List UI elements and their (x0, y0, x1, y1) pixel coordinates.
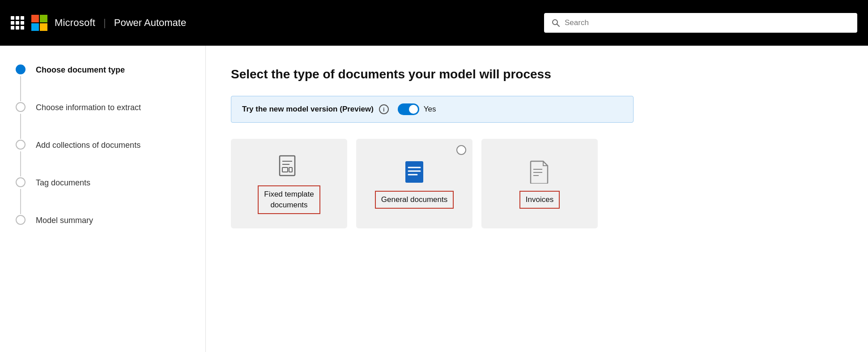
sidebar-step-choose-info[interactable]: Choose information to extract (14, 101, 191, 139)
microsoft-label: Microsoft (55, 17, 95, 29)
content-area: Select the type of documents your model … (206, 46, 868, 352)
step-label-1: Choose document type (36, 64, 125, 76)
svg-line-1 (557, 24, 560, 27)
fixed-template-icon (279, 155, 299, 178)
step-line-4 (20, 189, 21, 214)
svg-rect-7 (405, 161, 423, 183)
step-dot-4 (16, 177, 26, 187)
search-input[interactable] (565, 18, 850, 27)
sidebar-step-choose-doc-type[interactable]: Choose document type (14, 64, 191, 101)
general-documents-icon (404, 160, 424, 184)
toggle-thumb (409, 105, 418, 114)
toggle-track[interactable] (398, 103, 419, 115)
search-bar[interactable] (544, 13, 857, 33)
apps-grid-icon[interactable] (11, 16, 24, 30)
sidebar-step-model-summary[interactable]: Model summary (14, 214, 191, 226)
toggle-label: Yes (424, 105, 436, 114)
step-label-5: Model summary (36, 214, 93, 226)
card-fixed-template[interactable]: Fixed templatedocuments (231, 139, 347, 228)
sidebar-step-tag-documents[interactable]: Tag documents (14, 176, 191, 214)
step-dot-1 (16, 64, 26, 74)
app-name-label: Power Automate (114, 17, 186, 29)
step-line-1 (20, 76, 21, 101)
page-title: Select the type of documents your model … (231, 67, 843, 82)
step-label-3: Add collections of documents (36, 139, 140, 151)
card-label-general-documents: General documents (375, 191, 454, 209)
card-invoices[interactable]: Invoices (481, 139, 598, 228)
sidebar: Choose document type Choose information … (0, 46, 206, 352)
search-icon (551, 18, 560, 27)
card-general-documents[interactable]: General documents (356, 139, 472, 228)
main-layout: Choose document type Choose information … (0, 46, 868, 352)
preview-banner-text: Try the new model version (Preview) (242, 105, 374, 114)
preview-banner: Try the new model version (Preview) i Ye… (231, 96, 634, 123)
preview-toggle[interactable]: Yes (398, 103, 436, 115)
card-radio-general[interactable] (456, 145, 466, 155)
step-dot-2 (16, 102, 26, 112)
microsoft-logo (31, 15, 47, 31)
step-dot-3 (16, 140, 26, 150)
app-header: Microsoft | Power Automate (0, 0, 868, 46)
info-icon[interactable]: i (379, 104, 389, 114)
document-type-cards: Fixed templatedocuments General document… (231, 139, 843, 228)
svg-rect-2 (280, 156, 295, 176)
step-label-4: Tag documents (36, 176, 90, 189)
sidebar-step-add-collections[interactable]: Add collections of documents (14, 139, 191, 176)
header-divider: | (103, 17, 106, 29)
card-label-fixed-template: Fixed templatedocuments (258, 185, 320, 214)
step-label-2: Choose information to extract (36, 101, 141, 113)
invoices-icon (530, 160, 549, 184)
card-label-invoices: Invoices (519, 191, 560, 209)
step-line-3 (20, 151, 21, 176)
step-line-2 (20, 114, 21, 139)
step-dot-5 (16, 215, 26, 225)
